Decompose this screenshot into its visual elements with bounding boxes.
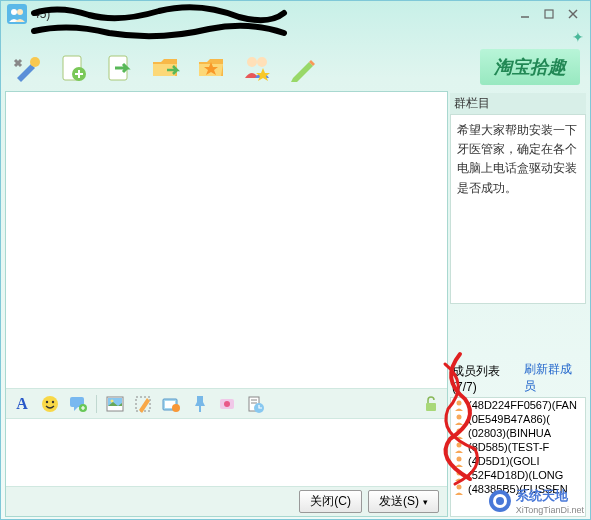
titlebar: 45) [1, 1, 590, 27]
subtitle [1, 27, 590, 45]
brand-badge[interactable]: 淘宝拾趣 [480, 49, 580, 85]
member-row[interactable]: (8D585)(TEST-F [451, 440, 585, 454]
left-panel: A 关闭(C) 发送(S) [5, 91, 448, 517]
svg-point-14 [46, 400, 48, 402]
member-row[interactable]: (4D5D1)(GOLI [451, 454, 585, 468]
app-icon [7, 4, 27, 24]
right-panel: 群栏目 希望大家帮助安装一下牙医管家，确定在各个电脑上电话盒驱动安装是否成功。 … [448, 91, 590, 519]
send-file-icon[interactable] [103, 52, 135, 84]
screenshot-icon[interactable] [161, 394, 181, 414]
member-row[interactable]: (48D224FF0567)(FAN [451, 398, 585, 412]
svg-point-27 [224, 401, 230, 407]
maximize-button[interactable] [538, 6, 560, 22]
svg-point-33 [457, 401, 462, 406]
send-button[interactable]: 发送(S) [368, 490, 439, 513]
message-input[interactable] [6, 418, 447, 486]
toolbar: ✦ 淘宝拾趣 [1, 45, 590, 91]
svg-point-12 [257, 57, 267, 67]
member-row[interactable]: (0E549B47A86)( [451, 412, 585, 426]
window-title: 45) [33, 7, 514, 21]
close-chat-button[interactable]: 关闭(C) [299, 490, 362, 513]
font-icon[interactable]: A [12, 394, 32, 414]
crop-icon[interactable] [133, 394, 153, 414]
history-icon[interactable] [245, 394, 265, 414]
member-row[interactable]: (48385B5)(FUSSEN [451, 482, 585, 496]
svg-point-2 [17, 9, 23, 15]
svg-point-1 [11, 9, 17, 15]
chat-history [6, 92, 447, 388]
svg-point-39 [457, 485, 462, 490]
member-row[interactable]: (52F4D18D)(LONG [451, 468, 585, 482]
button-bar: 关闭(C) 发送(S) [6, 486, 447, 516]
members-icon[interactable] [241, 52, 273, 84]
main-area: A 关闭(C) 发送(S) 群栏目 希望大家帮助安装一下牙医管家，确 [1, 91, 590, 519]
pin-icon[interactable] [189, 394, 209, 414]
refresh-members-link[interactable]: 刷新群成员 [524, 361, 584, 395]
svg-point-37 [457, 457, 462, 462]
close-button[interactable] [562, 6, 584, 22]
separator [96, 395, 97, 413]
favorite-folder-icon[interactable] [195, 52, 227, 84]
svg-point-15 [52, 400, 54, 402]
svg-rect-4 [545, 10, 553, 18]
member-header: 成员列表(7/7) 刷新群成员 [450, 359, 586, 397]
record-icon[interactable] [217, 394, 237, 414]
edit-icon[interactable] [287, 52, 319, 84]
svg-point-36 [457, 443, 462, 448]
member-count: 成员列表(7/7) [452, 363, 524, 394]
bulletin-title: 群栏目 [450, 93, 586, 114]
chat-bubble-icon[interactable] [68, 394, 88, 414]
folder-icon[interactable] [149, 52, 181, 84]
member-row[interactable]: (02803)(BINHUA [451, 426, 585, 440]
lock-icon[interactable] [421, 394, 441, 414]
settings-icon[interactable] [11, 52, 43, 84]
svg-point-13 [42, 396, 58, 412]
member-list[interactable]: (48D224FF0567)(FAN (0E549B47A86)( (02803… [450, 397, 586, 517]
svg-point-35 [457, 429, 462, 434]
svg-rect-32 [426, 403, 436, 411]
new-icon[interactable] [57, 52, 89, 84]
svg-point-38 [457, 471, 462, 476]
image-icon[interactable] [105, 394, 125, 414]
format-toolbar: A [6, 388, 447, 418]
svg-point-11 [247, 57, 257, 67]
svg-point-7 [30, 57, 40, 67]
svg-point-24 [172, 404, 180, 412]
svg-point-34 [457, 415, 462, 420]
emoji-icon[interactable] [40, 394, 60, 414]
plus-icon[interactable]: ✦ [572, 29, 584, 45]
window-controls [514, 6, 584, 22]
chat-window: 45) ✦ 淘宝拾趣 [0, 0, 591, 520]
minimize-button[interactable] [514, 6, 536, 22]
bulletin-body: 希望大家帮助安装一下牙医管家，确定在各个电脑上电话盒驱动安装是否成功。 [450, 114, 586, 304]
